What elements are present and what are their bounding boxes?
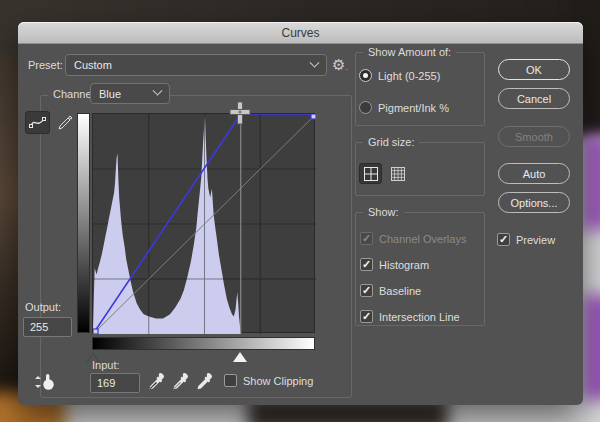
channel-value: Blue xyxy=(99,88,121,100)
channel-overlays-label: Channel Overlays xyxy=(379,233,466,245)
white-point-eyedropper-button[interactable] xyxy=(194,371,214,392)
show-amount-groupbox xyxy=(355,52,485,126)
output-gradient-ramp xyxy=(77,113,90,333)
channel-overlays-checkbox: ✓ xyxy=(360,232,373,245)
chevron-down-icon xyxy=(310,57,320,67)
fine-grid-button[interactable] xyxy=(386,163,409,184)
curve-point-shadows[interactable] xyxy=(93,329,98,334)
targeted-adjustment-icon xyxy=(32,371,58,393)
curves-dialog: Curves Preset: Custom ⚙. Channel: Blue xyxy=(18,22,583,405)
black-point-eyedropper-button[interactable] xyxy=(146,371,166,392)
white-eyedropper-icon xyxy=(194,371,214,392)
light-radio-row[interactable]: Light (0-255) xyxy=(359,69,440,82)
intersection-line-label: Intersection Line xyxy=(379,311,460,323)
preset-dropdown[interactable]: Custom xyxy=(65,54,327,76)
options-button[interactable]: Options... xyxy=(498,192,570,213)
histogram-row[interactable]: ✓ Histogram xyxy=(360,258,429,271)
photo-background-purple-flower-1 xyxy=(581,135,600,230)
preview-row[interactable]: ✓ Preview xyxy=(497,233,555,246)
preview-label: Preview xyxy=(516,234,555,246)
histogram-label: Histogram xyxy=(379,259,429,271)
quarter-grid-icon xyxy=(364,167,378,181)
show-clipping-checkbox[interactable] xyxy=(224,374,237,387)
intersection-line-row[interactable]: ✓ Intersection Line xyxy=(360,310,460,323)
baseline-checkbox[interactable]: ✓ xyxy=(360,284,373,297)
black-eyedropper-icon xyxy=(146,371,166,392)
pigment-radio-label: Pigment/Ink % xyxy=(378,102,449,114)
grid-size-legend: Grid size: xyxy=(363,136,419,148)
curve-grid[interactable] xyxy=(92,113,315,333)
baseline-label: Baseline xyxy=(379,285,421,297)
highlight-input-slider[interactable] xyxy=(233,352,247,362)
ok-button[interactable]: OK xyxy=(498,59,570,80)
crosshair-cursor xyxy=(229,101,251,125)
show-clipping-label: Show Clipping xyxy=(243,375,313,387)
output-value-field[interactable]: 255 xyxy=(23,317,72,337)
chevron-down-icon xyxy=(153,86,163,96)
input-value-field[interactable]: 169 xyxy=(90,373,140,393)
pigment-radio[interactable] xyxy=(359,101,372,114)
smooth-button: Smooth xyxy=(498,126,570,147)
input-gradient-ramp xyxy=(92,337,315,350)
dialog-title: Curves xyxy=(281,26,319,40)
gray-point-eyedropper-button[interactable] xyxy=(170,371,190,392)
targeted-adjustment-button[interactable] xyxy=(32,371,58,393)
photo-background-purple-flower-2 xyxy=(583,295,600,400)
quarter-grid-button[interactable] xyxy=(359,163,382,184)
fine-grid-icon xyxy=(391,167,405,181)
channel-dropdown[interactable]: Blue xyxy=(90,83,170,104)
histogram-checkbox[interactable]: ✓ xyxy=(360,258,373,271)
pigment-radio-row[interactable]: Pigment/Ink % xyxy=(359,101,449,114)
dialog-titlebar[interactable]: Curves xyxy=(18,22,583,44)
input-label: Input: xyxy=(92,359,120,371)
curve-point-highlights[interactable] xyxy=(311,114,316,119)
preset-options-gear-icon[interactable]: ⚙. xyxy=(332,56,350,74)
light-radio-label: Light (0-255) xyxy=(378,70,440,82)
cancel-button[interactable]: Cancel xyxy=(498,88,570,109)
preset-value: Custom xyxy=(74,59,112,71)
gray-eyedropper-icon xyxy=(170,371,190,392)
intersection-line-checkbox[interactable]: ✓ xyxy=(360,310,373,323)
show-clipping-row[interactable]: Show Clipping xyxy=(224,374,313,387)
show-amount-legend: Show Amount of: xyxy=(363,46,456,58)
preview-checkbox[interactable]: ✓ xyxy=(497,233,510,246)
input-value: 169 xyxy=(97,377,115,389)
curve-point-tool-button[interactable] xyxy=(25,111,50,134)
show-legend: Show: xyxy=(363,206,404,218)
pencil-tool-icon xyxy=(57,115,73,131)
baseline-row[interactable]: ✓ Baseline xyxy=(360,284,421,297)
preset-label: Preset: xyxy=(28,59,63,71)
curve-point-tool-icon xyxy=(29,116,46,129)
pencil-tool-button[interactable] xyxy=(52,111,77,134)
light-radio[interactable] xyxy=(359,69,372,82)
channel-overlays-row: ✓ Channel Overlays xyxy=(360,232,466,245)
auto-button[interactable]: Auto xyxy=(498,163,570,184)
output-value: 255 xyxy=(30,321,48,333)
output-label: Output: xyxy=(25,301,61,313)
